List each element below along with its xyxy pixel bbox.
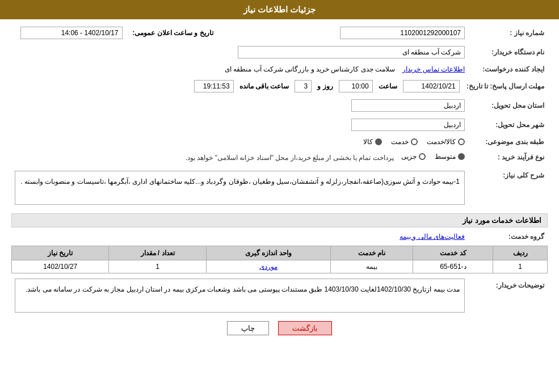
cell-quantity: 1 <box>109 260 206 273</box>
city-value: اردبیل <box>351 119 465 131</box>
back-button[interactable]: بازگشت <box>278 321 332 335</box>
deadline-row: مهلت ارسال پاسخ: تا تاریخ: 1402/10/21 سا… <box>11 78 548 94</box>
col-row-num: ردیف <box>493 246 548 260</box>
province-label: استان محل تحویل: <box>468 98 548 113</box>
buyer-org-row: نام دستگاه خریدار: شرکت آب منطقه ای <box>11 44 548 60</box>
deadline-days-label: روز و <box>317 82 333 90</box>
deadline-days-value: 3 <box>295 80 312 92</box>
creator-value: سلامت جدی کارشناس خرید و بازرگانی شرکت آ… <box>225 65 395 73</box>
radio-kala-circle <box>375 138 382 145</box>
content-area: شماره نیاز : 1102001292000107 تاریخ و سا… <box>0 19 559 348</box>
radio-kala[interactable]: کالا <box>363 138 382 146</box>
deadline-label: مهلت ارسال پاسخ: تا تاریخ: <box>463 78 548 94</box>
deadline-remaining-label: ساعت باقی مانده <box>239 82 289 90</box>
service-group-row: گروه خدمت: فعالیت‌های مالی و بیمه <box>11 231 548 242</box>
main-container: جزئیات اطلاعات نیاز شماره نیاز : 1102001… <box>0 0 559 392</box>
unit-link[interactable]: موردی <box>259 263 278 271</box>
need-desc-value: 1-بیمه حوادث و آتش سوزی(صاعقه،انفجار،زلز… <box>15 171 465 205</box>
page-header: جزئیات اطلاعات نیاز <box>0 0 559 19</box>
radio-khedmat[interactable]: خدمت <box>391 138 418 146</box>
buyer-notes-cell: مدت بیمه ازتاریخ 1402/10/30لغایت 1403/10… <box>11 277 468 314</box>
radio-khedmat-label: خدمت <box>391 138 409 146</box>
services-section-title: اطلاعات خدمات مورد نیاز <box>11 213 548 227</box>
need-number-label: شماره نیاز : <box>468 25 548 41</box>
cell-unit: موردی <box>206 260 330 273</box>
announce-label: تاریخ و ساعت اعلان عمومی: <box>132 29 213 37</box>
radio-jozi-circle <box>419 153 426 160</box>
purchase-type-cell: متوسط جزیی پرداخت تمام یا بخشی از مبلغ خ… <box>11 151 468 163</box>
category-cell: کالا/خدمت خدمت کالا <box>11 136 468 147</box>
need-number-value: 1102001292000107 <box>340 27 465 39</box>
need-number-cell: 1102001292000107 <box>330 25 468 41</box>
province-cell: اردبیل <box>11 98 468 113</box>
services-table: ردیف کد خدمت نام خدمت واحد اندازه گیری ت… <box>11 246 548 273</box>
city-row: شهر محل تحویل: اردبیل <box>11 117 548 133</box>
buyer-org-value: شرکت آب منطقه ای <box>238 46 465 58</box>
category-label: طبقه بندی موضوعی: <box>468 136 548 147</box>
contact-link[interactable]: اطلاعات تماس خریدار <box>402 65 465 73</box>
deadline-date-value: 1402/10/21 <box>403 80 460 92</box>
need-desc-section: شرح کلی نیاز: 1-بیمه حوادث و آتش سوزی(صا… <box>11 167 548 209</box>
radio-jozi-label: جزیی <box>401 153 417 161</box>
need-desc-label: شرح کلی نیاز: <box>468 167 548 209</box>
radio-kala-label: کالا <box>363 138 373 146</box>
page-title: جزئیات اطلاعات نیاز <box>243 5 316 14</box>
radio-khedmat-circle <box>411 138 418 145</box>
deadline-cell: 1402/10/21 ساعت 10:00 روز و 3 ساعت باقی … <box>11 78 463 94</box>
category-radio-group: کالا/خدمت خدمت کالا <box>15 138 465 146</box>
table-row: 1د-651-65بیمهموردی11402/10/27 <box>12 260 548 273</box>
purchase-type-label: نوع فرآیند خرید : <box>468 151 548 163</box>
purchase-type-note: پرداخت تمام یا بخشی از مبلغ خرید،از محل … <box>186 153 394 163</box>
buyer-org-label: نام دستگاه خریدار: <box>468 44 548 60</box>
radio-jozi[interactable]: جزیی <box>401 153 426 161</box>
city-cell: اردبیل <box>11 117 468 133</box>
buttons-row: بازگشت چاپ <box>11 321 548 335</box>
radio-motaset-circle <box>458 153 465 160</box>
category-row: طبقه بندی موضوعی: کالا/خدمت خدمت <box>11 136 548 147</box>
need-desc-cell: 1-بیمه حوادث و آتش سوزی(صاعقه،انفجار،زلز… <box>11 167 468 209</box>
need-number-row: شماره نیاز : 1102001292000107 تاریخ و سا… <box>11 25 548 41</box>
creator-label: ایجاد کننده درخواست: <box>468 64 548 75</box>
print-button[interactable]: چاپ <box>227 321 269 335</box>
province-row: استان محل تحویل: اردبیل <box>11 98 548 113</box>
radio-kala-khedmat-label: کالا/خدمت <box>427 138 456 146</box>
col-quantity: تعداد / مقدار <box>109 246 206 260</box>
service-group-label: گروه خدمت: <box>468 231 548 242</box>
radio-motaset[interactable]: متوسط <box>435 153 465 161</box>
buyer-notes-value: مدت بیمه ازتاریخ 1402/10/30لغایت 1403/10… <box>15 279 465 313</box>
cell-service-name: بیمه <box>331 260 413 273</box>
buyer-notes-section: توضیحات خریدار: مدت بیمه ازتاریخ 1402/10… <box>11 277 548 314</box>
cell-need-date: 1402/10/27 <box>12 260 109 273</box>
cell-row-num: 1 <box>493 260 548 273</box>
col-service-code: کد خدمت <box>413 246 493 260</box>
service-group-value[interactable]: فعالیت‌های مالی و بیمه <box>400 233 465 241</box>
creator-row: ایجاد کننده درخواست: اطلاعات تماس خریدار… <box>11 64 548 75</box>
radio-kala-khedmat[interactable]: کالا/خدمت <box>427 138 465 146</box>
deadline-time-label: ساعت <box>379 82 397 90</box>
cell-service-code: د-651-65 <box>413 260 493 273</box>
purchase-type-row: نوع فرآیند خرید : متوسط جزیی پرداخت <box>11 151 548 163</box>
province-value: اردبیل <box>351 99 465 112</box>
purchase-type-radio-group: متوسط جزیی <box>401 153 465 161</box>
deadline-time-value: 10:00 <box>339 80 373 92</box>
buyer-notes-label: توضیحات خریدار: <box>468 277 548 314</box>
col-unit: واحد اندازه گیری <box>206 246 330 260</box>
creator-cell: اطلاعات تماس خریدار سلامت جدی کارشناس خر… <box>11 64 468 75</box>
radio-motaset-label: متوسط <box>435 153 456 161</box>
col-service-name: نام خدمت <box>331 246 413 260</box>
buyer-org-cell: شرکت آب منطقه ای <box>11 44 468 60</box>
col-need-date: تاریخ نیاز <box>12 246 109 260</box>
service-group-cell: فعالیت‌های مالی و بیمه <box>11 231 468 242</box>
radio-kala-khedmat-circle <box>458 138 465 145</box>
deadline-remaining-value: 19:11:53 <box>194 80 234 92</box>
city-label: شهر محل تحویل: <box>468 117 548 133</box>
announce-value: 1402/10/17 - 14:06 <box>20 27 123 39</box>
